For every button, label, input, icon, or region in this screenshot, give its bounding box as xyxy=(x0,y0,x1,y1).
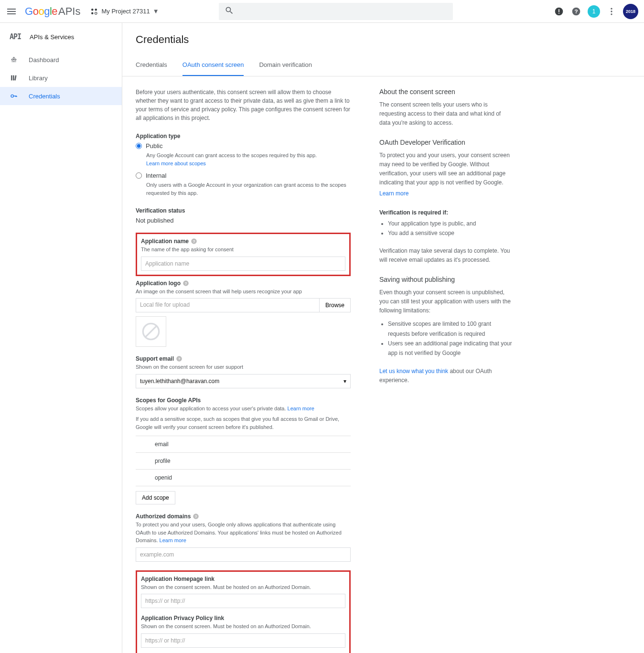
sidebar-item-credentials[interactable]: Credentials xyxy=(0,87,122,105)
chevron-down-icon: ▼ xyxy=(153,8,159,15)
svg-line-22 xyxy=(145,326,156,337)
file-path-display: Local file for upload xyxy=(136,298,320,312)
form-column: Before your users authenticate, this con… xyxy=(136,88,351,653)
svg-text:?: ? xyxy=(195,514,197,519)
list-item: Sensitive scopes are limited to 100 gran… xyxy=(388,319,513,339)
svg-point-10 xyxy=(611,11,612,12)
user-avatar[interactable]: 2018 xyxy=(623,4,638,19)
support-email-desc: Shown on the consent screen for user sup… xyxy=(136,363,351,371)
help-icon[interactable]: ? xyxy=(193,513,199,520)
privacy-link-label: Application Privacy Policy link xyxy=(141,615,345,621)
homepage-link-input[interactable] xyxy=(141,594,345,608)
application-type-label: Application type xyxy=(136,133,351,139)
chevron-down-icon: ▾ xyxy=(343,378,346,385)
svg-text:?: ? xyxy=(178,357,181,361)
svg-text:?: ? xyxy=(574,8,578,14)
list-item: Users see an additional page indicating … xyxy=(388,339,513,358)
svg-point-9 xyxy=(611,8,612,9)
info-saving-heading: Saving without publishing xyxy=(379,276,513,283)
tab-credentials[interactable]: Credentials xyxy=(136,54,167,76)
avatar-badge[interactable]: 1 xyxy=(588,5,600,18)
tabs: Credentials OAuth consent screen Domain … xyxy=(122,54,644,76)
scope-item: openid xyxy=(136,470,351,486)
info-required-list: Your application type is public, and You… xyxy=(388,219,513,238)
privacy-link-input[interactable] xyxy=(141,633,345,648)
radio-public-input[interactable] xyxy=(136,143,142,149)
app-logo-label: Application logo ? xyxy=(136,280,351,287)
feedback-link[interactable]: Let us know what you think xyxy=(379,368,448,375)
svg-point-11 xyxy=(611,13,612,15)
svg-point-2 xyxy=(91,12,94,14)
search-input[interactable] xyxy=(219,3,453,20)
sidebar-item-library[interactable]: Library xyxy=(0,69,122,87)
scopes-sensitive-desc: If you add a sensitive scope, such as sc… xyxy=(136,415,351,431)
info-about-text: The consent screen tells your users who … xyxy=(379,100,513,128)
main-content: Credentials Credentials OAuth consent sc… xyxy=(122,23,644,653)
radio-internal[interactable]: Internal xyxy=(136,172,351,179)
svg-point-0 xyxy=(91,9,94,11)
radio-internal-desc: Only users with a Google Account in your… xyxy=(146,181,351,197)
app-name-desc: The name of the app asking for consent xyxy=(141,246,345,254)
support-email-select[interactable]: tuyen.lethithanh@haravan.com ▾ xyxy=(136,374,351,388)
svg-point-1 xyxy=(95,9,97,11)
verification-status-value: Not published xyxy=(136,217,351,224)
support-email-label: Support email ? xyxy=(136,355,351,362)
sidebar-title[interactable]: API APIs & Services xyxy=(0,29,122,51)
key-icon xyxy=(10,92,18,100)
info-required-text: Verification may take several days to co… xyxy=(379,246,513,265)
info-about-heading: About the consent screen xyxy=(379,88,513,96)
info-saving-text: Even though your consent screen is unpub… xyxy=(379,288,513,316)
api-icon: API xyxy=(10,32,21,41)
svg-rect-14 xyxy=(13,75,14,81)
browse-button[interactable]: Browse xyxy=(320,298,351,312)
help-icon[interactable]: ? xyxy=(570,6,582,17)
help-icon[interactable]: ? xyxy=(191,238,197,245)
project-icon xyxy=(90,7,98,16)
header-right: ? 1 2018 xyxy=(553,4,638,19)
radio-internal-input[interactable] xyxy=(136,172,142,179)
auth-domain-input[interactable] xyxy=(136,547,351,562)
radio-public[interactable]: Public xyxy=(136,142,351,150)
privacy-link-desc: Shown on the consent screen. Must be hos… xyxy=(141,622,345,631)
info-column: About the consent screen The consent scr… xyxy=(379,88,513,653)
svg-text:?: ? xyxy=(193,239,195,244)
page-title: Credentials xyxy=(122,23,644,54)
list-item: You add a sensitive scope xyxy=(388,228,513,238)
svg-rect-13 xyxy=(11,75,12,81)
svg-point-3 xyxy=(95,12,97,14)
radio-public-desc: Any Google Account can grant access to t… xyxy=(146,151,351,167)
scopes-learn-more-link[interactable]: Learn more xyxy=(288,406,314,411)
app-name-label: Application name ? xyxy=(141,238,345,245)
list-item: Your application type is public, and xyxy=(388,219,513,228)
homepage-link-desc: Shown on the consent screen. Must be hos… xyxy=(141,583,345,591)
sidebar-item-label: Library xyxy=(29,75,48,82)
info-required-heading: Verification is required if: xyxy=(379,209,513,216)
svg-rect-15 xyxy=(14,75,16,81)
info-verification-heading: OAuth Developer Verification xyxy=(379,139,513,146)
library-icon xyxy=(10,74,18,82)
google-logo[interactable]: Google APIs xyxy=(25,5,80,18)
auth-domains-learn-more-link[interactable]: Learn more xyxy=(160,537,186,543)
tab-oauth-consent[interactable]: OAuth consent screen xyxy=(182,54,244,76)
homepage-link-label: Application Homepage link xyxy=(141,576,345,582)
more-vert-icon[interactable] xyxy=(606,6,617,17)
verification-learn-more-link[interactable]: Learn more xyxy=(379,190,408,197)
learn-more-scopes-link[interactable]: Learn more about scopes xyxy=(146,161,206,166)
project-selector[interactable]: My Project 27311 ▼ xyxy=(90,7,159,16)
hamburger-menu-icon[interactable] xyxy=(6,6,17,17)
sidebar-item-label: Credentials xyxy=(29,93,60,100)
tab-domain-verification[interactable]: Domain verification xyxy=(259,54,312,76)
top-header: Google APIs My Project 27311 ▼ ? 1 2018 xyxy=(0,0,644,23)
help-icon[interactable]: ? xyxy=(182,280,189,287)
help-icon[interactable]: ? xyxy=(176,355,182,362)
scope-list: email profile openid xyxy=(136,436,351,486)
info-verification-text: To protect you and your users, your cons… xyxy=(379,151,513,188)
add-scope-button[interactable]: Add scope xyxy=(136,491,175,504)
project-name: My Project 27311 xyxy=(101,8,150,15)
sidebar-title-text: APIs & Services xyxy=(30,33,74,41)
notification-icon[interactable] xyxy=(553,6,565,17)
links-highlight: Application Homepage link Shown on the c… xyxy=(136,570,351,653)
sidebar-item-dashboard[interactable]: Dashboard xyxy=(0,51,122,69)
app-name-input[interactable] xyxy=(141,257,345,271)
search-icon xyxy=(225,6,234,17)
